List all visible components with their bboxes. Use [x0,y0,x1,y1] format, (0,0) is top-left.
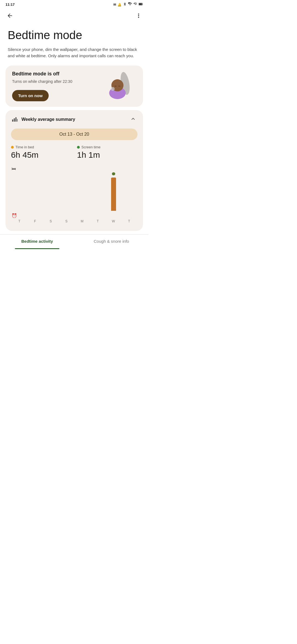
day-labels: TFSSMTWT [11,219,138,223]
day-label-4: M [74,219,90,223]
wifi-icon [128,2,132,7]
status-bar: 11:17 ✉ 🔔 [0,0,148,8]
weekly-summary-card: Weekly average summary Oct 13 - Oct 20 T… [6,110,143,231]
day-label-2: S [43,219,59,223]
battery-icon [139,2,143,7]
bar-slot-6 [106,172,121,211]
bar-slot-3 [59,172,74,211]
bluetooth-icon [123,2,127,7]
bar-slot-5 [90,172,106,211]
tab-bedtime-activity[interactable]: Bedtime activity [0,234,74,249]
more-options-button[interactable] [133,10,144,21]
bedtime-illustration [102,68,138,101]
time-in-bed-label: Time in bed [11,145,72,149]
status-time: 11:17 [6,2,15,7]
bedtime-mode-subtitle: Turns on while charging after 22:30 [12,79,102,84]
svg-rect-9 [12,119,13,122]
time-in-bed-dot [11,146,14,149]
day-label-0: T [12,219,27,223]
weekly-summary-title: Weekly average summary [21,117,75,122]
notification-icon: 🔔 [117,3,122,7]
day-label-7: T [121,219,137,223]
weekly-header: Weekly average summary [11,114,138,124]
top-navigation [0,8,148,23]
time-in-bed-stat: Time in bed 6h 45m [11,145,72,160]
date-range: Oct 13 - Oct 20 [11,129,138,140]
bar-slot-7 [121,172,137,211]
screen-time-value: 1h 1m [77,150,138,160]
weekly-header-left: Weekly average summary [11,116,75,123]
day-label-3: S [59,219,74,223]
svg-rect-2 [139,3,142,5]
signal-icon [133,2,137,7]
svg-point-7 [118,86,120,87]
bedtime-mode-card: Bedtime mode is off Turns on while charg… [6,66,143,107]
chart-icon [11,116,19,123]
day-label-1: F [27,219,43,223]
status-icons: ✉ 🔔 [113,2,143,7]
page-title: Bedtime mode [8,29,141,42]
svg-rect-12 [17,119,18,122]
svg-point-8 [111,87,115,91]
bed-icon: 🛏 [12,166,16,171]
bar-slot-1 [27,172,43,211]
page-header: Bedtime mode Silence your phone, dim the… [0,23,148,63]
chart-bar [111,178,116,211]
time-in-bed-value: 6h 45m [11,150,72,160]
bedtime-mode-status: Bedtime mode is off [12,71,102,77]
screen-time-label: Screen time [77,145,138,149]
svg-rect-10 [14,118,15,122]
turn-on-now-button[interactable]: Turn on now [12,90,49,101]
screen-time-stat: Screen time 1h 1m [77,145,138,160]
back-button[interactable] [4,10,15,21]
day-label-6: W [106,219,121,223]
svg-rect-1 [142,4,143,5]
screen-time-dot [77,146,80,149]
bottom-tab-bar: Bedtime activity Cough & snore info [0,234,148,249]
bar-slot-2 [43,172,59,211]
bar-dot [112,172,115,175]
alarm-icon: ⏰ [12,213,17,218]
bedtime-card-content: Bedtime mode is off Turns on while charg… [12,71,102,101]
tab-cough-snore[interactable]: Cough & snore info [74,234,148,249]
collapse-button[interactable] [129,114,138,124]
stats-row: Time in bed 6h 45m Screen time 1h 1m [11,145,138,160]
svg-rect-11 [15,117,16,122]
bar-chart [11,172,138,211]
page-description: Silence your phone, dim the wallpaper, a… [8,47,141,59]
gmail-icon: ✉ [113,3,116,7]
svg-point-6 [114,86,117,87]
bar-slot-0 [12,172,27,211]
day-label-5: T [90,219,106,223]
chart-area: 🛏 ⏰ TFSSMTWT [11,164,138,225]
bar-slot-4 [74,172,90,211]
